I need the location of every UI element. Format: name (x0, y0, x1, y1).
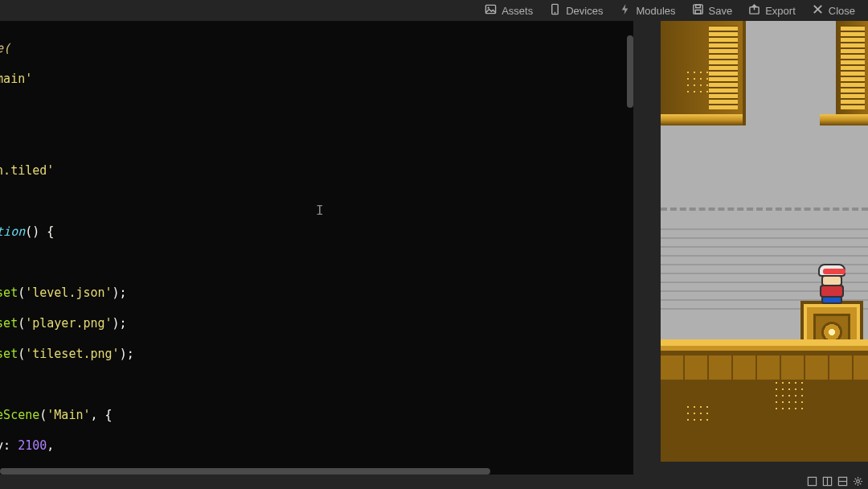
player-sprite (813, 264, 852, 304)
close-button[interactable]: Close (804, 0, 863, 21)
horizontal-scroll-thumb[interactable] (0, 468, 490, 475)
code-token: ugin.tiled' (0, 163, 54, 178)
game-preview[interactable] (661, 21, 868, 462)
svg-rect-0 (486, 5, 496, 13)
code-token: ( (18, 286, 25, 300)
code-token: 'level.json' (25, 286, 112, 300)
gold-dust-icon (685, 69, 709, 93)
gold-dust-icon (773, 380, 805, 412)
code-token: ( (18, 347, 25, 361)
share-icon (748, 3, 760, 18)
save-button[interactable]: Save (684, 0, 741, 21)
floppy-icon (692, 3, 704, 18)
code-token: eateScene (0, 408, 39, 422)
code-token: ( (18, 316, 25, 331)
vertical-scroll-thumb[interactable] (627, 35, 633, 108)
code-token: vity: (0, 438, 18, 453)
picture-icon (485, 3, 497, 18)
layout-single-icon[interactable] (807, 475, 817, 490)
code-token: 'player.png' (25, 316, 112, 331)
export-button[interactable]: Export (740, 0, 804, 21)
code-token: , { (91, 408, 113, 422)
editor-content[interactable]: dule( me.main' e( ugin.tiled' unction() … (0, 21, 633, 475)
code-token: 2100 (18, 438, 47, 453)
modules-label: Modules (636, 5, 675, 17)
pillar-right (836, 21, 868, 125)
export-label: Export (765, 5, 796, 17)
settings-icon[interactable] (853, 475, 863, 490)
code-token: 'Main' (47, 408, 90, 422)
splitter[interactable] (633, 21, 661, 475)
code-token: dAsset (0, 286, 18, 300)
vertical-scrollbar[interactable] (627, 21, 633, 475)
code-token: () { (25, 224, 54, 239)
devices-button[interactable]: Devices (541, 0, 611, 21)
layout-split-vertical-icon[interactable] (822, 475, 833, 490)
close-icon (812, 3, 824, 18)
svg-point-1 (488, 7, 489, 9)
layout-split-horizontal-icon[interactable] (837, 475, 848, 490)
tablet-icon (549, 3, 561, 18)
devices-label: Devices (566, 5, 603, 17)
code-token: ); (120, 347, 134, 361)
code-token: dule( (0, 41, 10, 55)
svg-rect-5 (695, 5, 700, 8)
code-token: ( (39, 408, 47, 422)
code-token: unction (0, 224, 25, 239)
assets-label: Assets (502, 5, 533, 17)
code-token: ); (113, 316, 127, 331)
lower-platform (661, 339, 868, 462)
modules-button[interactable]: Modules (611, 0, 683, 21)
main-area: dule( me.main' e( ugin.tiled' unction() … (0, 21, 868, 475)
code-editor[interactable]: dule( me.main' e( ugin.tiled' unction() … (0, 21, 633, 475)
gold-dust-icon (685, 404, 709, 423)
footer (0, 475, 868, 489)
svg-point-13 (857, 479, 860, 483)
horizontal-scrollbar[interactable] (0, 468, 633, 475)
sky-gap (661, 125, 868, 206)
code-token: dAsset (0, 316, 18, 331)
text-cursor-icon: I (316, 203, 322, 216)
save-label: Save (709, 5, 733, 17)
svg-rect-8 (808, 477, 816, 485)
bolt-icon (619, 3, 631, 18)
assets-button[interactable]: Assets (477, 0, 541, 21)
code-token: , (47, 438, 54, 453)
code-token: 'tileset.png' (25, 347, 119, 361)
code-token: dAsset (0, 347, 18, 361)
code-token: me.main' (0, 72, 32, 86)
close-label: Close (829, 5, 855, 17)
svg-rect-6 (695, 10, 701, 14)
toolbar: Assets Devices Modules Save Export Close (0, 0, 868, 21)
code-token: ); (113, 286, 127, 300)
